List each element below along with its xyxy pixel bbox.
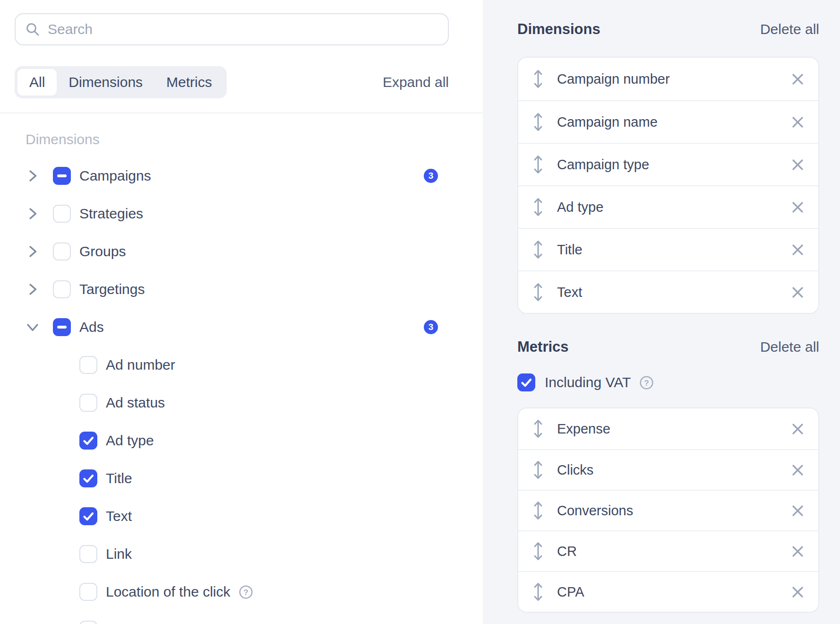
- remove-button[interactable]: [791, 286, 804, 299]
- tree-item-targetings[interactable]: Targetings: [26, 270, 438, 308]
- checkbox-item[interactable]: [79, 621, 97, 624]
- drag-handle[interactable]: [532, 154, 544, 175]
- checkbox-targetings[interactable]: [53, 280, 71, 298]
- chevron-right-icon: [26, 282, 40, 296]
- chevron-right-icon: [26, 244, 40, 259]
- checkbox-groups[interactable]: [53, 243, 71, 260]
- checkbox-text[interactable]: [79, 507, 97, 525]
- selected-item-clicks[interactable]: Clicks: [518, 449, 818, 490]
- checkbox-strategies[interactable]: [53, 205, 71, 223]
- checkbox-ad-status[interactable]: [79, 394, 97, 412]
- tree-item-location-of-the-click[interactable]: Location of the click?: [26, 573, 438, 611]
- tree-item-ad-status[interactable]: Ad status: [26, 384, 438, 422]
- drag-handle[interactable]: [532, 541, 544, 562]
- tree-item-groups[interactable]: Groups: [26, 233, 438, 270]
- tree-item-label: Ad type: [106, 433, 154, 449]
- selected-item-conversions[interactable]: Conversions: [518, 490, 818, 530]
- checkmark-icon: [79, 432, 97, 450]
- expand-toggle[interactable]: [26, 207, 40, 221]
- drag-handle-icon: [532, 69, 544, 89]
- drag-handle[interactable]: [532, 500, 544, 521]
- tree-item-campaigns[interactable]: Campaigns3: [26, 157, 438, 195]
- remove-icon: [791, 201, 804, 214]
- checkbox-ad-number[interactable]: [79, 356, 97, 374]
- selected-item-cr[interactable]: CR: [518, 530, 818, 571]
- dimensions-title: Dimensions: [517, 21, 600, 38]
- report-settings-screen: AllDimensionsMetrics Expand all Dimensio…: [0, 0, 840, 624]
- including-vat-row[interactable]: Including VAT ?: [517, 373, 819, 391]
- tree-item-label: Link: [106, 546, 132, 562]
- checkbox-campaigns[interactable]: [53, 167, 71, 185]
- selected-item-text[interactable]: Text: [518, 270, 818, 313]
- collapse-toggle[interactable]: [26, 320, 40, 334]
- selected-item-campaign-number[interactable]: Campaign number: [518, 58, 818, 100]
- drag-handle[interactable]: [532, 239, 544, 260]
- remove-button[interactable]: [791, 464, 804, 477]
- checkbox-location-of-the-click[interactable]: [79, 583, 97, 601]
- drag-handle[interactable]: [532, 197, 544, 217]
- selected-item-campaign-name[interactable]: Campaign name: [518, 100, 818, 143]
- tree-item-title[interactable]: Title: [26, 459, 438, 497]
- remove-icon: [791, 586, 804, 598]
- remove-icon: [791, 286, 804, 299]
- tab-dimensions[interactable]: Dimensions: [57, 69, 154, 95]
- drag-handle[interactable]: [532, 282, 544, 303]
- metrics-header: Metrics Delete all: [517, 338, 819, 355]
- selected-item-expense[interactable]: Expense: [518, 408, 818, 449]
- help-icon[interactable]: ?: [639, 375, 654, 390]
- tree-item-ad-type[interactable]: Ad type: [26, 422, 438, 459]
- tree-item-strategies[interactable]: Strategies: [26, 195, 438, 233]
- selected-item-cpa[interactable]: CPA: [518, 571, 818, 612]
- selected-item-label: Conversions: [557, 503, 633, 519]
- remove-button[interactable]: [791, 158, 804, 171]
- checkbox-title[interactable]: [79, 469, 97, 487]
- tree-item-ad-number[interactable]: Ad number: [26, 346, 438, 384]
- drag-handle-icon: [532, 500, 544, 521]
- drag-handle[interactable]: [532, 581, 544, 602]
- tree-item-text[interactable]: Text: [26, 497, 438, 535]
- dimensions-delete-all-button[interactable]: Delete all: [760, 21, 819, 37]
- expand-toggle[interactable]: [26, 244, 40, 259]
- remove-button[interactable]: [791, 423, 804, 435]
- selected-item-campaign-type[interactable]: Campaign type: [518, 143, 818, 185]
- tree-item-link[interactable]: Link: [26, 535, 438, 573]
- drag-handle[interactable]: [532, 69, 544, 89]
- expand-toggle[interactable]: [26, 282, 40, 296]
- tree-item-label: Strategies: [79, 206, 143, 222]
- remove-button[interactable]: [791, 243, 804, 256]
- tree-item-label: Ads: [79, 319, 104, 335]
- tree-item-ads[interactable]: Ads3: [26, 308, 438, 346]
- checkbox-ads[interactable]: [53, 318, 71, 336]
- checkmark-icon: [79, 469, 97, 487]
- expand-all-button[interactable]: Expand all: [383, 74, 449, 90]
- drag-handle[interactable]: [532, 112, 544, 132]
- remove-button[interactable]: [791, 545, 804, 558]
- tab-metrics[interactable]: Metrics: [154, 69, 224, 95]
- including-vat-checkbox[interactable]: [517, 373, 535, 391]
- minus-icon: [57, 326, 67, 329]
- help-icon[interactable]: ?: [239, 585, 253, 599]
- selected-item-label: CR: [557, 544, 577, 559]
- drag-handle[interactable]: [532, 418, 544, 439]
- checkmark-icon: [79, 507, 97, 525]
- checkbox-link[interactable]: [79, 545, 97, 563]
- search-input[interactable]: [47, 21, 438, 38]
- search-icon: [25, 22, 40, 37]
- tree-item-item[interactable]: [26, 611, 438, 624]
- remove-button[interactable]: [791, 201, 804, 214]
- selected-item-label: CPA: [557, 584, 584, 600]
- remove-button[interactable]: [791, 586, 804, 598]
- remove-button[interactable]: [791, 504, 804, 517]
- checkbox-ad-type[interactable]: [79, 432, 97, 450]
- remove-button[interactable]: [791, 73, 804, 86]
- metrics-delete-all-button[interactable]: Delete all: [760, 339, 819, 355]
- tab-all[interactable]: All: [17, 69, 57, 95]
- remove-button[interactable]: [791, 116, 804, 129]
- search-bar[interactable]: [15, 13, 449, 45]
- drag-handle[interactable]: [532, 459, 544, 480]
- selected-item-label: Text: [557, 285, 582, 300]
- expand-toggle[interactable]: [26, 169, 40, 183]
- selected-item-ad-type[interactable]: Ad type: [518, 185, 818, 228]
- selected-item-title[interactable]: Title: [518, 228, 818, 270]
- picker-top-area: AllDimensionsMetrics Expand all: [0, 0, 483, 98]
